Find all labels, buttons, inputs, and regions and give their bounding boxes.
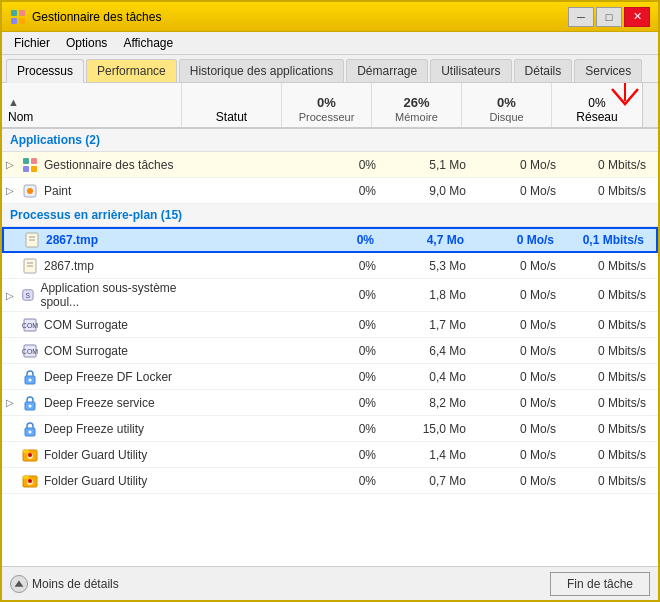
process-status xyxy=(198,264,298,268)
process-memory: 5,3 Mo xyxy=(388,257,478,275)
process-cpu: 0% xyxy=(298,446,388,464)
col-disk-label: Disque xyxy=(489,111,523,124)
process-icon: COM xyxy=(22,343,38,359)
expand-icon: ▷ xyxy=(6,397,16,408)
process-cpu: 0% xyxy=(298,420,388,438)
svg-rect-8 xyxy=(31,166,37,172)
expand-icon: ▷ xyxy=(6,290,15,301)
col-disk-header[interactable]: 0% Disque xyxy=(462,83,552,127)
svg-point-10 xyxy=(27,188,33,194)
tab-demarrage[interactable]: Démarrage xyxy=(346,59,428,82)
table-row[interactable]: ▷ Folder Guard Utility 0% 1,4 Mo 0 Mo/s … xyxy=(2,442,658,468)
table-row[interactable]: ▷ COM COM Surrogate 0% 6,4 Mo 0 Mo/s 0 M… xyxy=(2,338,658,364)
tab-utilisateurs[interactable]: Utilisateurs xyxy=(430,59,511,82)
process-network: 0 Mbits/s xyxy=(568,420,658,438)
table-row[interactable]: ▷ 2867.tmp 0% 5,3 Mo 0 Mo/s 0 Mbits/s xyxy=(2,253,658,279)
process-memory: 1,8 Mo xyxy=(388,286,478,304)
process-name-cell: ▷ Deep Freeze utility xyxy=(2,419,198,439)
status-bar: Moins de détails Fin de tâche xyxy=(2,566,658,600)
process-cpu: 0% xyxy=(296,231,386,249)
process-network: 0 Mbits/s xyxy=(568,342,658,360)
process-name: 2867.tmp xyxy=(44,259,94,273)
svg-rect-2 xyxy=(11,18,17,24)
tab-services[interactable]: Services xyxy=(574,59,642,82)
restore-button[interactable]: □ xyxy=(596,7,622,27)
process-disk: 0 Mo/s xyxy=(478,286,568,304)
process-memory: 0,4 Mo xyxy=(388,368,478,386)
svg-rect-30 xyxy=(23,450,29,453)
process-network: 0 Mbits/s xyxy=(568,394,658,412)
col-status-label: Statut xyxy=(216,110,247,124)
svg-rect-1 xyxy=(19,10,25,16)
chevron-up-icon xyxy=(10,575,28,593)
process-name: Deep Freeze service xyxy=(44,396,155,410)
close-button[interactable]: ✕ xyxy=(624,7,650,27)
process-disk: 0 Mo/s xyxy=(478,420,568,438)
tab-processus[interactable]: Processus xyxy=(6,59,84,83)
process-name: 2867.tmp xyxy=(46,233,98,247)
tab-details[interactable]: Détails xyxy=(514,59,573,82)
col-name-header[interactable]: ▲ Nom xyxy=(2,83,182,127)
svg-text:COM: COM xyxy=(22,322,38,329)
process-network: 0 Mbits/s xyxy=(568,286,658,304)
process-status xyxy=(198,293,298,297)
process-name-cell: ▷ COM COM Surrogate xyxy=(2,341,198,361)
menu-options[interactable]: Options xyxy=(58,34,115,52)
red-arrow-annotation xyxy=(610,83,640,126)
task-manager-window: Gestionnaire des tâches ─ □ ✕ Fichier Op… xyxy=(0,0,660,602)
expand-icon: ▷ xyxy=(6,159,16,170)
process-cpu: 0% xyxy=(298,316,388,334)
col-memory-value: 26% xyxy=(403,95,429,111)
svg-rect-5 xyxy=(23,158,29,164)
tab-historique[interactable]: Historique des applications xyxy=(179,59,344,82)
process-memory: 15,0 Mo xyxy=(388,420,478,438)
process-name-cell: ▷ Deep Freeze service xyxy=(2,393,198,413)
process-icon xyxy=(22,421,38,437)
menu-affichage[interactable]: Affichage xyxy=(115,34,181,52)
section-background: Processus en arrière-plan (15) xyxy=(2,204,658,227)
process-name: COM Surrogate xyxy=(44,318,128,332)
col-memory-header[interactable]: 26% Mémoire xyxy=(372,83,462,127)
process-network: 0 Mbits/s xyxy=(568,257,658,275)
process-network: 0 Mbits/s xyxy=(568,182,658,200)
process-name: Deep Freeze DF Locker xyxy=(44,370,172,384)
tab-performance[interactable]: Performance xyxy=(86,59,177,82)
table-row[interactable]: ▷ Deep Freeze utility 0% 15,0 Mo 0 Mo/s … xyxy=(2,416,658,442)
process-icon xyxy=(22,473,38,489)
col-cpu-header[interactable]: 0% Processeur xyxy=(282,83,372,127)
table-row[interactable]: ▷ Deep Freeze service 0% 8,2 Mo 0 Mo/s 0… xyxy=(2,390,658,416)
process-memory: 5,1 Mo xyxy=(388,156,478,174)
process-memory: 9,0 Mo xyxy=(388,182,478,200)
process-network: 0 Mbits/s xyxy=(568,156,658,174)
process-icon xyxy=(24,232,40,248)
table-row[interactable]: ▷ Folder Guard Utility 0% 0,7 Mo 0 Mo/s … xyxy=(2,468,658,494)
menu-fichier[interactable]: Fichier xyxy=(6,34,58,52)
table-row[interactable]: ▷ COM COM Surrogate 0% 1,7 Mo 0 Mo/s 0 M… xyxy=(2,312,658,338)
process-name-cell: ▷ Paint xyxy=(2,181,198,201)
process-cpu: 0% xyxy=(298,472,388,490)
svg-rect-0 xyxy=(11,10,17,16)
process-status xyxy=(198,453,298,457)
table-row[interactable]: ▷ Deep Freeze DF Locker 0% 0,4 Mo 0 Mo/s… xyxy=(2,364,658,390)
col-status-header[interactable]: Statut xyxy=(182,83,282,127)
end-task-button[interactable]: Fin de tâche xyxy=(550,572,650,596)
process-disk: 0 Mo/s xyxy=(478,446,568,464)
table-row[interactable]: ▷ 2867.tmp 0% 4,7 Mo 0 Mo/s 0,1 Mbits/s xyxy=(2,227,658,253)
col-memory-label: Mémoire xyxy=(395,111,438,124)
table-row[interactable]: ▷ Gestionnaire des tâches 0% 5,1 Mo 0 Mo… xyxy=(2,152,658,178)
process-network: 0 Mbits/s xyxy=(568,446,658,464)
table-row[interactable]: ▷ S Application sous-système spoul... 0%… xyxy=(2,279,658,312)
less-detail-button[interactable]: Moins de détails xyxy=(10,575,119,593)
process-status xyxy=(198,401,298,405)
process-name-cell: ▷ Gestionnaire des tâches xyxy=(2,155,198,175)
process-cpu: 0% xyxy=(298,342,388,360)
svg-point-24 xyxy=(29,378,32,381)
table-row[interactable]: ▷ Paint 0% 9,0 Mo 0 Mo/s 0 Mbits/s xyxy=(2,178,658,204)
minimize-button[interactable]: ─ xyxy=(568,7,594,27)
content-area: ▲ Nom Statut 0% Processeur 26% Mémoire 0… xyxy=(2,83,658,566)
svg-text:COM: COM xyxy=(22,348,38,355)
process-cpu: 0% xyxy=(298,368,388,386)
process-name: Application sous-système spoul... xyxy=(40,281,194,309)
process-icon xyxy=(22,258,38,274)
col-network-header[interactable]: 0% Réseau xyxy=(552,83,642,127)
